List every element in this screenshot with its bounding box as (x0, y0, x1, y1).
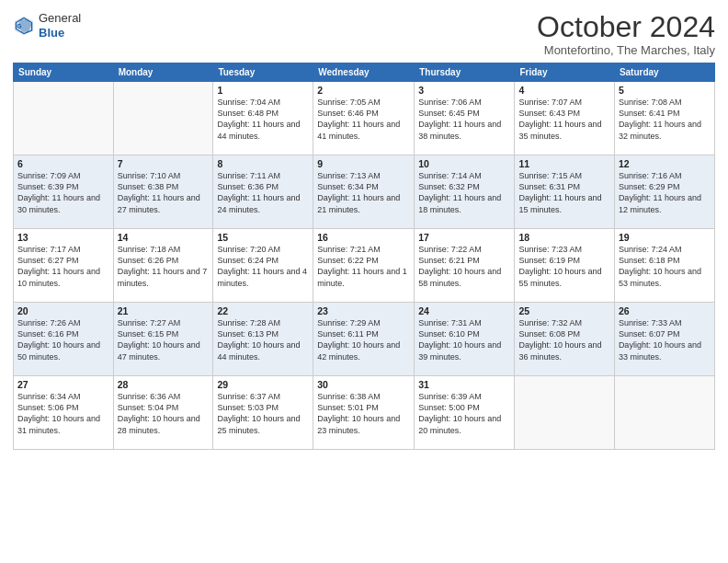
calendar-cell: 11Sunrise: 7:15 AM Sunset: 6:31 PM Dayli… (515, 155, 614, 229)
day-info: Sunrise: 7:04 AM Sunset: 6:48 PM Dayligh… (217, 97, 309, 142)
calendar-week-4: 20Sunrise: 7:26 AM Sunset: 6:16 PM Dayli… (14, 303, 715, 376)
day-number: 2 (317, 85, 410, 96)
calendar-cell: 5Sunrise: 7:08 AM Sunset: 6:41 PM Daylig… (614, 82, 714, 155)
day-number: 10 (418, 158, 510, 169)
calendar-cell: 15Sunrise: 7:20 AM Sunset: 6:24 PM Dayli… (213, 229, 313, 303)
day-info: Sunrise: 7:26 AM Sunset: 6:16 PM Dayligh… (17, 317, 109, 362)
day-info: Sunrise: 7:27 AM Sunset: 6:15 PM Dayligh… (118, 317, 210, 362)
calendar-body: 1Sunrise: 7:04 AM Sunset: 6:48 PM Daylig… (14, 82, 715, 450)
day-number: 17 (418, 232, 510, 243)
calendar-cell: 12Sunrise: 7:16 AM Sunset: 6:29 PM Dayli… (614, 155, 714, 229)
day-number: 9 (317, 158, 410, 169)
logo-icon: G (13, 15, 35, 37)
day-info: Sunrise: 7:10 AM Sunset: 6:38 PM Dayligh… (118, 170, 210, 215)
day-info: Sunrise: 7:06 AM Sunset: 6:45 PM Dayligh… (418, 97, 510, 142)
day-info: Sunrise: 7:15 AM Sunset: 6:31 PM Dayligh… (518, 170, 609, 215)
month-title: October 2024 (537, 11, 715, 43)
day-info: Sunrise: 7:31 AM Sunset: 6:10 PM Dayligh… (418, 317, 510, 362)
calendar-cell: 20Sunrise: 7:26 AM Sunset: 6:16 PM Dayli… (14, 303, 114, 376)
weekday-tuesday: Tuesday (213, 63, 313, 82)
calendar-cell: 18Sunrise: 7:23 AM Sunset: 6:19 PM Dayli… (515, 229, 614, 303)
calendar-cell: 25Sunrise: 7:32 AM Sunset: 6:08 PM Dayli… (515, 303, 614, 376)
weekday-sunday: Sunday (14, 63, 114, 82)
calendar-cell: 31Sunrise: 6:39 AM Sunset: 5:00 PM Dayli… (415, 376, 515, 450)
calendar-cell (14, 82, 114, 155)
calendar-week-3: 13Sunrise: 7:17 AM Sunset: 6:27 PM Dayli… (14, 229, 715, 303)
day-info: Sunrise: 7:07 AM Sunset: 6:43 PM Dayligh… (518, 97, 609, 142)
day-number: 31 (418, 379, 510, 390)
day-number: 8 (217, 158, 309, 169)
calendar-cell: 26Sunrise: 7:33 AM Sunset: 6:07 PM Dayli… (614, 303, 714, 376)
day-number: 15 (217, 232, 309, 243)
logo-blue: Blue (39, 26, 64, 40)
calendar-cell: 4Sunrise: 7:07 AM Sunset: 6:43 PM Daylig… (515, 82, 614, 155)
calendar-header: SundayMondayTuesdayWednesdayThursdayFrid… (14, 63, 715, 82)
logo-text: General Blue (39, 11, 81, 40)
calendar-cell: 14Sunrise: 7:18 AM Sunset: 6:26 PM Dayli… (113, 229, 213, 303)
calendar-cell: 17Sunrise: 7:22 AM Sunset: 6:21 PM Dayli… (415, 229, 515, 303)
calendar-cell: 27Sunrise: 6:34 AM Sunset: 5:06 PM Dayli… (14, 376, 114, 450)
day-info: Sunrise: 7:32 AM Sunset: 6:08 PM Dayligh… (518, 317, 609, 362)
day-number: 28 (118, 379, 210, 390)
calendar-table: SundayMondayTuesdayWednesdayThursdayFrid… (13, 63, 715, 450)
day-info: Sunrise: 6:34 AM Sunset: 5:06 PM Dayligh… (17, 391, 109, 436)
day-number: 14 (118, 232, 210, 243)
day-number: 21 (118, 305, 210, 316)
day-info: Sunrise: 7:17 AM Sunset: 6:27 PM Dayligh… (17, 244, 109, 289)
calendar-week-2: 6Sunrise: 7:09 AM Sunset: 6:39 PM Daylig… (14, 155, 715, 229)
day-info: Sunrise: 7:20 AM Sunset: 6:24 PM Dayligh… (217, 244, 309, 289)
day-number: 16 (317, 232, 410, 243)
calendar-week-1: 1Sunrise: 7:04 AM Sunset: 6:48 PM Daylig… (14, 82, 715, 155)
calendar-week-5: 27Sunrise: 6:34 AM Sunset: 5:06 PM Dayli… (14, 376, 715, 450)
weekday-thursday: Thursday (415, 63, 515, 82)
calendar-cell: 3Sunrise: 7:06 AM Sunset: 6:45 PM Daylig… (415, 82, 515, 155)
day-number: 20 (17, 305, 109, 316)
calendar-cell: 7Sunrise: 7:10 AM Sunset: 6:38 PM Daylig… (113, 155, 213, 229)
calendar-cell: 1Sunrise: 7:04 AM Sunset: 6:48 PM Daylig… (213, 82, 313, 155)
day-info: Sunrise: 7:14 AM Sunset: 6:32 PM Dayligh… (418, 170, 510, 215)
day-info: Sunrise: 7:23 AM Sunset: 6:19 PM Dayligh… (518, 244, 609, 289)
day-info: Sunrise: 7:13 AM Sunset: 6:34 PM Dayligh… (317, 170, 410, 215)
svg-text:G: G (17, 23, 21, 29)
calendar-cell: 9Sunrise: 7:13 AM Sunset: 6:34 PM Daylig… (313, 155, 415, 229)
day-info: Sunrise: 7:16 AM Sunset: 6:29 PM Dayligh… (619, 170, 711, 215)
weekday-friday: Friday (515, 63, 614, 82)
day-number: 26 (619, 305, 711, 316)
day-number: 18 (518, 232, 609, 243)
calendar-cell: 19Sunrise: 7:24 AM Sunset: 6:18 PM Dayli… (614, 229, 714, 303)
weekday-wednesday: Wednesday (313, 63, 415, 82)
calendar-cell: 8Sunrise: 7:11 AM Sunset: 6:36 PM Daylig… (213, 155, 313, 229)
calendar-cell: 2Sunrise: 7:05 AM Sunset: 6:46 PM Daylig… (313, 82, 415, 155)
day-number: 24 (418, 305, 510, 316)
day-info: Sunrise: 7:18 AM Sunset: 6:26 PM Dayligh… (118, 244, 210, 289)
day-number: 13 (17, 232, 109, 243)
day-number: 22 (217, 305, 309, 316)
calendar-cell: 24Sunrise: 7:31 AM Sunset: 6:10 PM Dayli… (415, 303, 515, 376)
day-info: Sunrise: 7:05 AM Sunset: 6:46 PM Dayligh… (317, 97, 410, 142)
day-number: 1 (217, 85, 309, 96)
calendar-cell: 29Sunrise: 6:37 AM Sunset: 5:03 PM Dayli… (213, 376, 313, 450)
weekday-monday: Monday (113, 63, 213, 82)
day-number: 25 (518, 305, 609, 316)
calendar-cell: 22Sunrise: 7:28 AM Sunset: 6:13 PM Dayli… (213, 303, 313, 376)
day-number: 23 (317, 305, 410, 316)
day-info: Sunrise: 7:28 AM Sunset: 6:13 PM Dayligh… (217, 317, 309, 362)
calendar-cell: 16Sunrise: 7:21 AM Sunset: 6:22 PM Dayli… (313, 229, 415, 303)
day-number: 27 (17, 379, 109, 390)
calendar-cell: 23Sunrise: 7:29 AM Sunset: 6:11 PM Dayli… (313, 303, 415, 376)
day-number: 7 (118, 158, 210, 169)
day-info: Sunrise: 7:08 AM Sunset: 6:41 PM Dayligh… (619, 97, 711, 142)
day-info: Sunrise: 6:38 AM Sunset: 5:01 PM Dayligh… (317, 391, 410, 436)
day-info: Sunrise: 7:21 AM Sunset: 6:22 PM Dayligh… (317, 244, 410, 289)
calendar-cell (614, 376, 714, 450)
location: Montefortino, The Marches, Italy (537, 43, 715, 57)
day-number: 12 (619, 158, 711, 169)
day-info: Sunrise: 6:36 AM Sunset: 5:04 PM Dayligh… (118, 391, 210, 436)
day-info: Sunrise: 7:33 AM Sunset: 6:07 PM Dayligh… (619, 317, 711, 362)
page: G General Blue October 2024 Montefortino… (0, 0, 728, 563)
logo: G General Blue (13, 11, 81, 40)
day-info: Sunrise: 7:11 AM Sunset: 6:36 PM Dayligh… (217, 170, 309, 215)
day-info: Sunrise: 6:39 AM Sunset: 5:00 PM Dayligh… (418, 391, 510, 436)
day-number: 30 (317, 379, 410, 390)
logo-general: General (39, 11, 81, 25)
